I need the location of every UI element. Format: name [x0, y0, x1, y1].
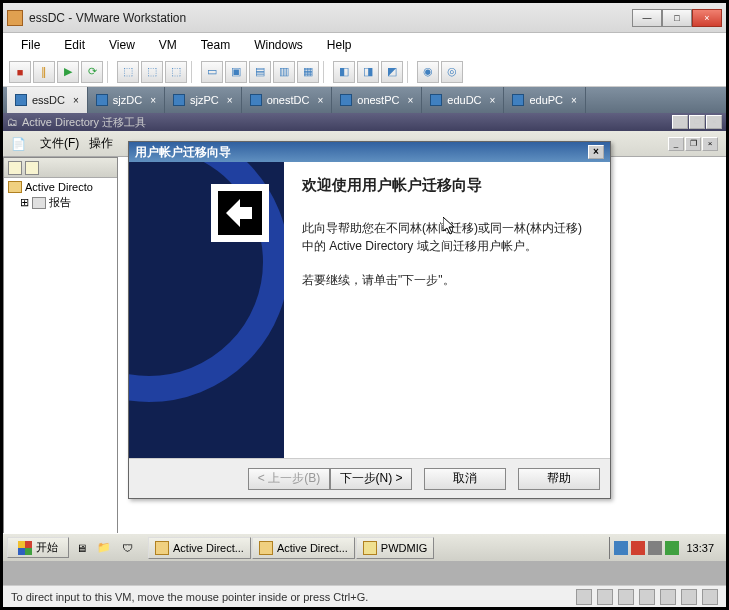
vmware-titlebar: essDC - VMware Workstation — □ ×	[3, 3, 726, 33]
snapshot-button[interactable]: ⬚	[117, 61, 139, 83]
status-hdd-icon[interactable]	[576, 589, 592, 605]
view-button-3[interactable]: ▤	[249, 61, 271, 83]
mmc-restore-button[interactable]: ❐	[689, 115, 705, 129]
mmc-menu-action[interactable]: 操作	[89, 135, 113, 152]
mmc-menu-file[interactable]: 文件(F)	[40, 135, 79, 152]
vmware-app-icon	[7, 10, 23, 26]
view-button-4[interactable]: ▥	[273, 61, 295, 83]
play-button[interactable]: ▶	[57, 61, 79, 83]
revert-button[interactable]: ⬚	[141, 61, 163, 83]
misc-button-2[interactable]: ◨	[357, 61, 379, 83]
wizard-titlebar[interactable]: 用户帐户迁移向导 ×	[129, 142, 610, 162]
wizard-close-button[interactable]: ×	[588, 145, 604, 159]
view-button-2[interactable]: ▣	[225, 61, 247, 83]
start-button[interactable]: 开始	[7, 537, 69, 558]
maximize-button[interactable]: □	[662, 9, 692, 27]
child-close-button[interactable]: ×	[702, 137, 718, 151]
tray-vmtools-icon[interactable]	[614, 541, 628, 555]
vm-tab-label: eduPC	[529, 94, 563, 106]
right-button-2[interactable]: ◎	[441, 61, 463, 83]
view-button-1[interactable]: ▭	[201, 61, 223, 83]
status-usb-icon[interactable]	[660, 589, 676, 605]
menu-view[interactable]: View	[99, 36, 145, 54]
right-button-1[interactable]: ◉	[417, 61, 439, 83]
vm-tab[interactable]: essDC ×	[7, 87, 88, 113]
tree-root-item[interactable]: Active Directo	[6, 180, 115, 194]
pause-button[interactable]: ‖	[33, 61, 55, 83]
wizard-back-button: < 上一步(B)	[248, 468, 330, 490]
tab-close-icon[interactable]: ×	[407, 95, 413, 106]
vm-tab[interactable]: onestDC×	[242, 87, 333, 113]
tree-reports-item[interactable]: ⊞ 报告	[6, 194, 115, 211]
vm-tab[interactable]: eduDC×	[422, 87, 504, 113]
stop-button[interactable]: ■	[9, 61, 31, 83]
taskbar-clock[interactable]: 13:37	[682, 542, 718, 554]
tab-close-icon[interactable]: ×	[227, 95, 233, 106]
mmc-close-button[interactable]: ×	[706, 115, 722, 129]
tray-security-icon[interactable]	[631, 541, 645, 555]
vm-icon	[512, 94, 524, 106]
menu-file[interactable]: File	[11, 36, 50, 54]
menu-vm[interactable]: VM	[149, 36, 187, 54]
system-tray: 13:37	[609, 537, 722, 559]
tree-nav-button[interactable]	[25, 161, 39, 175]
status-network-icon[interactable]	[639, 589, 655, 605]
tab-close-icon[interactable]: ×	[490, 95, 496, 106]
tray-network-icon[interactable]	[665, 541, 679, 555]
wizard-cancel-button[interactable]: 取消	[424, 468, 506, 490]
vm-icon	[250, 94, 262, 106]
menu-edit[interactable]: Edit	[54, 36, 95, 54]
app-icon	[155, 541, 169, 555]
mmc-title: Active Directory 迁移工具	[22, 115, 146, 130]
taskbar-item[interactable]: PWDMIG	[356, 537, 434, 559]
menu-windows[interactable]: Windows	[244, 36, 313, 54]
status-sound-icon[interactable]	[681, 589, 697, 605]
view-button-5[interactable]: ▦	[297, 61, 319, 83]
vm-tab-label: sjzDC	[113, 94, 142, 106]
taskbar-item[interactable]: Active Direct...	[252, 537, 355, 559]
status-display-icon[interactable]	[702, 589, 718, 605]
tab-close-icon[interactable]: ×	[571, 95, 577, 106]
wizard-help-button[interactable]: 帮助	[518, 468, 600, 490]
close-button[interactable]: ×	[692, 9, 722, 27]
minimize-button[interactable]: —	[632, 9, 662, 27]
vmware-statusbar: To direct input to this VM, move the mou…	[3, 585, 726, 607]
taskbar-item-label: PWDMIG	[381, 542, 427, 554]
vm-icon	[430, 94, 442, 106]
tab-close-icon[interactable]: ×	[73, 95, 79, 106]
restart-button[interactable]: ⟳	[81, 61, 103, 83]
menu-team[interactable]: Team	[191, 36, 240, 54]
manage-button[interactable]: ⬚	[165, 61, 187, 83]
status-cd-icon[interactable]	[597, 589, 613, 605]
wizard-next-button[interactable]: 下一步(N) >	[330, 468, 412, 490]
guest-screen[interactable]: 🗂 Active Directory 迁移工具 _ ❐ × 📄 文件(F) 操作…	[3, 113, 726, 585]
wizard-dialog: 用户帐户迁移向导 × 欢迎使用用户帐户迁移向导 此向导帮助您在不同林(林间迁移)…	[128, 141, 611, 499]
tab-close-icon[interactable]: ×	[317, 95, 323, 106]
vmware-menubar: File Edit View VM Team Windows Help	[3, 33, 726, 57]
child-restore-button[interactable]: ❐	[685, 137, 701, 151]
vm-tab[interactable]: sjzPC×	[165, 87, 242, 113]
child-minimize-button[interactable]: _	[668, 137, 684, 151]
misc-button-1[interactable]: ◧	[333, 61, 355, 83]
taskbar-item[interactable]: Active Direct...	[148, 537, 251, 559]
misc-button-3[interactable]: ◩	[381, 61, 403, 83]
status-floppy-icon[interactable]	[618, 589, 634, 605]
quicklaunch-security[interactable]: 🛡	[116, 537, 138, 559]
folder-icon	[363, 541, 377, 555]
vm-icon	[173, 94, 185, 106]
statusbar-hint: To direct input to this VM, move the mou…	[11, 591, 368, 603]
quicklaunch-desktop[interactable]: 🖥	[70, 537, 92, 559]
menu-help[interactable]: Help	[317, 36, 362, 54]
vm-tabs: essDC × sjzDC× sjzPC× onestDC× onestPC× …	[3, 87, 726, 113]
vm-tab[interactable]: onestPC×	[332, 87, 422, 113]
vm-tab[interactable]: eduPC×	[504, 87, 585, 113]
vm-icon	[340, 94, 352, 106]
tab-close-icon[interactable]: ×	[150, 95, 156, 106]
quicklaunch-explorer[interactable]: 📁	[93, 537, 115, 559]
vm-tab[interactable]: sjzDC×	[88, 87, 165, 113]
tree-nav-button[interactable]	[8, 161, 22, 175]
tray-volume-icon[interactable]	[648, 541, 662, 555]
vm-tab-label: sjzPC	[190, 94, 219, 106]
wizard-heading: 欢迎使用用户帐户迁移向导	[302, 176, 592, 195]
mmc-minimize-button[interactable]: _	[672, 115, 688, 129]
